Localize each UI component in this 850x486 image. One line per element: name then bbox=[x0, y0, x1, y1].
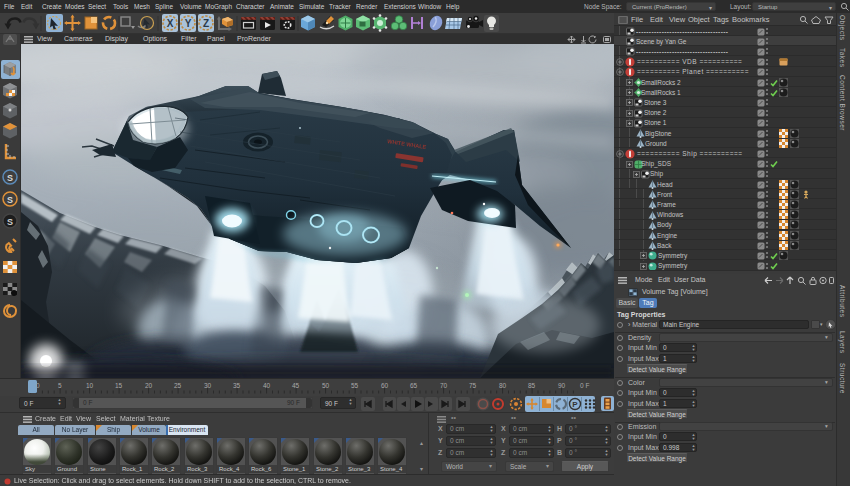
svg-text:S: S bbox=[7, 195, 13, 205]
svg-text:P: P bbox=[572, 400, 578, 409]
svg-text:X: X bbox=[167, 18, 174, 29]
svg-text:Z: Z bbox=[203, 18, 209, 29]
svg-text:S: S bbox=[7, 217, 13, 227]
svg-text:S: S bbox=[7, 173, 13, 183]
svg-text:Y: Y bbox=[185, 18, 192, 29]
